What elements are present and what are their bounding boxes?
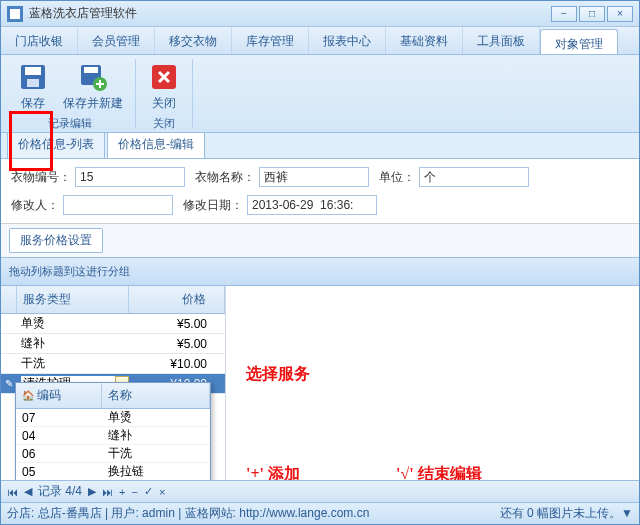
menu-cashier[interactable]: 门店收银 (1, 27, 78, 54)
nav-position: 记录 4/4 (38, 483, 82, 500)
maximize-button[interactable]: □ (579, 6, 605, 22)
dd-col-name[interactable]: 名称 (102, 383, 210, 408)
ribbon: 保存 保存并新建 记录编辑 关闭 关闭 (1, 55, 639, 133)
close-button[interactable]: 关闭 (144, 59, 184, 114)
save-button[interactable]: 保存 (13, 59, 53, 114)
menu-member[interactable]: 会员管理 (78, 27, 155, 54)
svg-rect-1 (10, 9, 20, 19)
dd-row[interactable]: 05换拉链 (16, 463, 210, 480)
nav-next[interactable]: ▶ (88, 485, 96, 498)
dd-row[interactable]: 04缝补 (16, 427, 210, 445)
label-moddate: 修改日期： (183, 197, 243, 214)
input-unit[interactable] (419, 167, 529, 187)
annot-select: 选择服务 (246, 364, 310, 385)
dd-col-code[interactable]: 🏠 编码 (16, 383, 102, 408)
dd-row[interactable]: 06干洗 (16, 445, 210, 463)
table-row[interactable]: 干洗¥10.00 (1, 354, 225, 374)
nav-first[interactable]: ⏮ (7, 486, 18, 498)
label-unit: 单位： (379, 169, 415, 186)
status-bar: 分店: 总店-番禺店 | 用户: admin | 蓝格网站: http://ww… (1, 502, 639, 524)
menu-object[interactable]: 对象管理 (540, 29, 618, 54)
input-moddate[interactable] (247, 195, 377, 215)
close-icon (148, 61, 180, 93)
label-name: 衣物名称： (195, 169, 255, 186)
record-navigator: ⏮ ◀ 记录 4/4 ▶ ⏭ + − ✓ × (1, 480, 639, 502)
svg-rect-6 (84, 67, 98, 73)
section-service-price: 服务价格设置 (9, 228, 103, 253)
table-row[interactable]: 缝补¥5.00 (1, 334, 225, 354)
group-panel[interactable]: 拖动列标题到这进行分组 (1, 257, 639, 286)
col-service[interactable]: 服务类型 (17, 286, 129, 313)
menu-transfer[interactable]: 移交衣物 (155, 27, 232, 54)
save-new-icon (77, 61, 109, 93)
status-left: 分店: 总店-番禺店 | 用户: admin | 蓝格网站: http://ww… (7, 505, 369, 522)
close-window-button[interactable]: × (607, 6, 633, 22)
annot-add: '+' 添加 (246, 464, 300, 480)
menu-tools[interactable]: 工具面板 (463, 27, 540, 54)
edit-form: 衣物编号： 衣物名称： 单位： 修改人： 修改日期： (1, 159, 639, 224)
input-name[interactable] (259, 167, 369, 187)
svg-rect-4 (27, 79, 39, 87)
status-right[interactable]: 还有 0 幅图片未上传。▼ (500, 505, 633, 522)
nav-cancel[interactable]: × (159, 486, 165, 498)
nav-delete[interactable]: − (131, 486, 137, 498)
nav-prev[interactable]: ◀ (24, 485, 32, 498)
minimize-button[interactable]: − (551, 6, 577, 22)
table-row[interactable]: 单烫¥5.00 (1, 314, 225, 334)
col-price[interactable]: 价格 (129, 286, 225, 313)
label-code: 衣物编号： (11, 169, 71, 186)
menu-inventory[interactable]: 库存管理 (232, 27, 309, 54)
input-modby[interactable] (63, 195, 173, 215)
ribbon-group-close: 关闭 (153, 114, 175, 131)
annot-done: '√' 结束编辑 (396, 464, 482, 480)
window-title: 蓝格洗衣店管理软件 (29, 5, 551, 22)
save-icon (17, 61, 49, 93)
svg-rect-3 (25, 67, 41, 75)
nav-last[interactable]: ⏭ (102, 486, 113, 498)
nav-add[interactable]: + (119, 486, 125, 498)
service-dropdown: 🏠 编码 名称 07单烫 04缝补 06干洗 05换拉链 03加固扣子 02清洗… (15, 382, 211, 480)
tab-price-edit[interactable]: 价格信息-编辑 (107, 130, 205, 158)
ribbon-group-edit: 记录编辑 (48, 114, 92, 131)
app-icon (7, 6, 23, 22)
input-code[interactable] (75, 167, 185, 187)
dd-row[interactable]: 07单烫 (16, 409, 210, 427)
tab-price-list[interactable]: 价格信息-列表 (7, 130, 105, 158)
main-menu: 门店收银 会员管理 移交衣物 库存管理 报表中心 基础资料 工具面板 对象管理 (1, 27, 639, 55)
menu-basedata[interactable]: 基础资料 (386, 27, 463, 54)
save-new-button[interactable]: 保存并新建 (59, 59, 127, 114)
menu-report[interactable]: 报表中心 (309, 27, 386, 54)
nav-commit[interactable]: ✓ (144, 485, 153, 498)
label-modby: 修改人： (11, 197, 59, 214)
